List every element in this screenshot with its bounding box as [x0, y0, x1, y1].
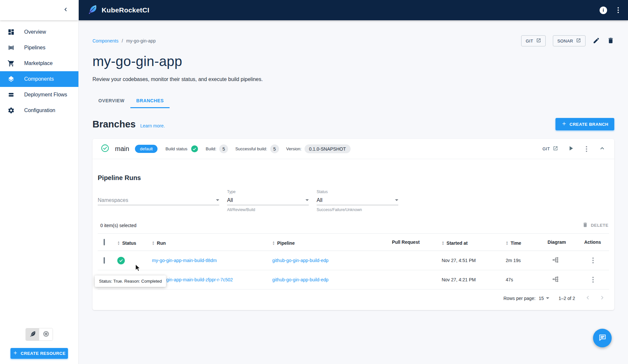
tab-branches[interactable]: BRANCHES: [130, 93, 170, 108]
column-started-at[interactable]: Started at: [447, 240, 468, 246]
sidebar-item-label: Pipelines: [24, 45, 45, 51]
kubernetes-view-toggle[interactable]: [39, 328, 53, 340]
column-time[interactable]: Time: [511, 240, 521, 246]
topbar-menu-button[interactable]: [617, 7, 620, 14]
branch-status-check-icon: [101, 144, 109, 154]
table-header-row: ▲▼Status ▲▼Run ▲▼Pipeline Pull Request ▲…: [98, 234, 609, 251]
sidebar-item-pipelines[interactable]: Pipelines: [0, 40, 78, 56]
sidebar-item-marketplace[interactable]: Marketplace: [0, 56, 78, 71]
column-run[interactable]: Run: [157, 240, 166, 246]
started-at-cell: Nov 27, 4:51 PM: [442, 258, 476, 263]
external-link-icon: [553, 146, 558, 152]
kubernetes-icon: [42, 330, 50, 339]
sidebar-collapse-button[interactable]: [62, 6, 69, 14]
branch-git-button[interactable]: GIT: [542, 146, 558, 152]
table-row: my-go-gin-app-main-build-zfppr-r-7c502 g…: [98, 270, 609, 290]
learn-more-link[interactable]: Learn more.: [140, 123, 165, 128]
next-page-button[interactable]: [599, 294, 606, 302]
trigger-build-button[interactable]: [567, 145, 574, 153]
build-label: Build:: [206, 146, 217, 151]
topbar-actions: i: [600, 7, 620, 14]
sort-icon[interactable]: ▲▼: [442, 241, 444, 245]
column-pull-request: Pull Request: [392, 240, 420, 245]
sidebar-header: [0, 0, 78, 20]
status-filter-helper: Success/Failure/Unknown: [317, 207, 398, 212]
pipeline-link[interactable]: github-go-gin-app-build-edp: [272, 258, 328, 263]
delete-component-button[interactable]: [607, 37, 614, 45]
select-all-checkbox[interactable]: [104, 239, 105, 245]
trash-icon: [607, 37, 614, 45]
namespaces-filter[interactable]: Namespaces: [98, 190, 219, 212]
collapse-branch-button[interactable]: [599, 145, 606, 153]
page-subtitle: Review your codebases, monitor their sta…: [92, 76, 614, 82]
sidebar-item-label: Components: [24, 76, 54, 82]
previous-page-button[interactable]: [584, 294, 591, 302]
sort-icon[interactable]: ▲▼: [117, 241, 120, 245]
column-diagram: Diagram: [548, 240, 566, 245]
type-filter-helper: All/Review/Build: [227, 207, 309, 212]
row-actions-menu-button[interactable]: [590, 257, 596, 264]
sidebar: Overview Pipelines Marketplace Component…: [0, 0, 79, 364]
branch-menu-button[interactable]: [584, 145, 589, 153]
column-status[interactable]: Status: [122, 240, 136, 246]
plus-icon: [13, 350, 18, 356]
app-brand: KubeRocketCI: [87, 4, 149, 16]
build-status-success-icon: [191, 145, 198, 152]
info-button[interactable]: i: [600, 7, 607, 14]
version-label: Version:: [286, 146, 302, 151]
pipeline-link[interactable]: github-go-gin-app-build-edp: [272, 277, 328, 282]
status-filter[interactable]: Status All Success/Failure/Unknown: [317, 190, 398, 212]
sidebar-item-overview[interactable]: Overview: [0, 24, 78, 40]
pencil-icon: [593, 37, 600, 45]
selected-count: 0 item(s) selected: [98, 223, 136, 228]
chat-fab-button[interactable]: [593, 329, 612, 347]
type-filter[interactable]: Type All All/Review/Build: [227, 190, 309, 212]
delete-runs-button[interactable]: DELETE: [582, 222, 608, 229]
play-icon: [567, 145, 574, 153]
sidebar-item-configuration[interactable]: Configuration: [0, 103, 78, 118]
pagination: Rows per page: 15 1–2 of 2: [98, 290, 609, 307]
main-area: KubeRocketCI i Components / my-go-gin-ap…: [79, 0, 628, 364]
sort-icon[interactable]: ▲▼: [272, 241, 275, 245]
sort-icon[interactable]: ▲▼: [506, 241, 508, 245]
plus-icon: [561, 121, 567, 127]
sidebar-item-label: Deployment Flows: [24, 92, 67, 98]
sidebar-bottom: CREATE RESOURCE: [0, 328, 78, 364]
version-value: 0.1.0-SNAPSHOT: [305, 144, 351, 153]
pagination-range: 1–2 of 2: [558, 296, 575, 301]
sidebar-item-deployment-flows[interactable]: Deployment Flows: [0, 87, 78, 103]
successful-build-label: Successful build:: [235, 146, 267, 151]
create-resource-button[interactable]: CREATE RESOURCE: [10, 348, 68, 359]
build-status-label: Build status: [165, 146, 187, 151]
sidebar-nav: Overview Pipelines Marketplace Component…: [0, 20, 78, 118]
feather-icon: [29, 330, 36, 339]
rocket-feather-logo-icon: [87, 4, 98, 16]
successful-build-count: 5: [270, 144, 279, 153]
sidebar-item-components[interactable]: Components: [0, 71, 78, 87]
tab-overview[interactable]: OVERVIEW: [92, 93, 130, 108]
create-branch-button[interactable]: CREATE BRANCH: [555, 118, 614, 130]
rows-per-page-select[interactable]: 15: [539, 296, 550, 301]
run-success-icon[interactable]: [117, 257, 125, 264]
topbar: KubeRocketCI i: [79, 0, 628, 20]
kuberocketci-view-toggle[interactable]: [26, 328, 39, 340]
run-link[interactable]: my-go-gin-app-main-build-tl8dm: [152, 258, 217, 263]
dashboard-icon: [7, 28, 15, 36]
column-pipeline[interactable]: Pipeline: [277, 240, 295, 246]
git-button[interactable]: GIT: [521, 35, 546, 46]
breadcrumb-components-link[interactable]: Components: [92, 38, 118, 43]
sort-icon[interactable]: ▲▼: [152, 241, 155, 245]
edit-button[interactable]: [593, 37, 600, 45]
pipeline-runs-table: ▲▼Status ▲▼Run ▲▼Pipeline Pull Request ▲…: [98, 234, 609, 290]
rows-per-page-label: Rows per page:: [504, 296, 536, 301]
branch-accordion-header[interactable]: main default Build status Build: 5 Succe…: [92, 139, 614, 159]
pipelines-icon: [7, 44, 15, 52]
page-title: my-go-gin-app: [92, 54, 614, 69]
chevron-left-icon: [62, 6, 69, 14]
row-actions-menu-button[interactable]: [590, 276, 596, 283]
diagram-icon[interactable]: [552, 278, 559, 284]
time-cell: 2m 19s: [506, 258, 521, 263]
row-checkbox[interactable]: [104, 257, 105, 264]
sonar-button[interactable]: SONAR: [553, 35, 586, 46]
diagram-icon[interactable]: [552, 259, 559, 264]
